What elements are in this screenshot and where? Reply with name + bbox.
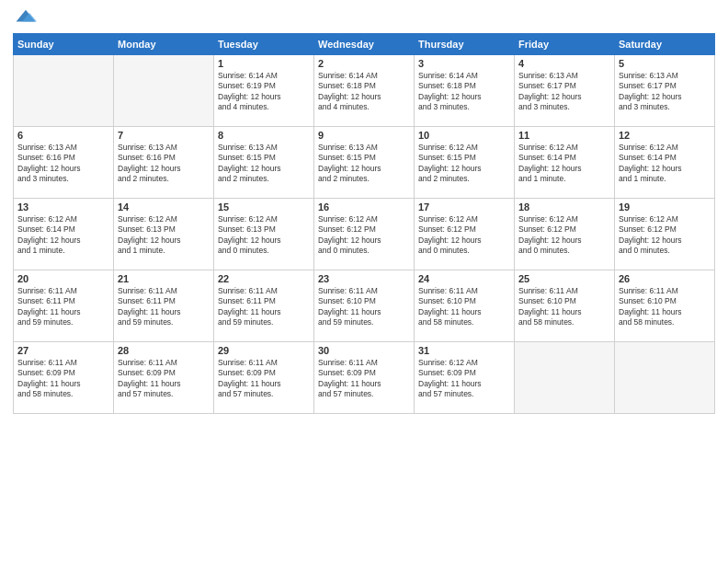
day-number: 28 xyxy=(118,345,210,356)
day-number: 4 xyxy=(518,58,610,69)
cell-info: Sunrise: 6:11 AMSunset: 6:10 PMDaylight:… xyxy=(518,286,610,328)
day-number: 3 xyxy=(418,58,510,69)
calendar-cell: 28Sunrise: 6:11 AMSunset: 6:09 PMDayligh… xyxy=(114,342,214,414)
cell-info: Sunrise: 6:14 AMSunset: 6:18 PMDaylight:… xyxy=(318,71,410,113)
col-header-tuesday: Tuesday xyxy=(214,34,314,55)
col-header-wednesday: Wednesday xyxy=(314,34,415,55)
cell-info: Sunrise: 6:12 AMSunset: 6:14 PMDaylight:… xyxy=(17,214,109,257)
cell-info: Sunrise: 6:14 AMSunset: 6:19 PMDaylight:… xyxy=(218,71,310,113)
calendar-cell: 17Sunrise: 6:12 AMSunset: 6:12 PMDayligh… xyxy=(415,199,515,270)
calendar-body: 1Sunrise: 6:14 AMSunset: 6:19 PMDaylight… xyxy=(14,55,715,414)
week-row-5: 27Sunrise: 6:11 AMSunset: 6:09 PMDayligh… xyxy=(14,342,715,414)
cell-info: Sunrise: 6:11 AMSunset: 6:09 PMDaylight:… xyxy=(218,358,310,400)
cell-info: Sunrise: 6:12 AMSunset: 6:15 PMDaylight:… xyxy=(418,143,510,185)
day-number: 6 xyxy=(17,130,109,141)
cell-info: Sunrise: 6:11 AMSunset: 6:10 PMDaylight:… xyxy=(318,286,410,328)
calendar-cell: 5Sunrise: 6:13 AMSunset: 6:17 PMDaylight… xyxy=(615,55,715,127)
calendar-cell: 24Sunrise: 6:11 AMSunset: 6:10 PMDayligh… xyxy=(415,270,515,342)
logo-icon xyxy=(15,7,37,26)
day-number: 8 xyxy=(218,130,310,141)
day-number: 20 xyxy=(17,273,109,284)
day-number: 14 xyxy=(118,201,210,213)
calendar-cell: 10Sunrise: 6:12 AMSunset: 6:15 PMDayligh… xyxy=(415,127,515,199)
calendar-cell: 20Sunrise: 6:11 AMSunset: 6:11 PMDayligh… xyxy=(14,270,114,342)
day-number: 29 xyxy=(218,345,310,356)
calendar-cell: 30Sunrise: 6:11 AMSunset: 6:09 PMDayligh… xyxy=(314,342,415,414)
calendar-cell: 9Sunrise: 6:13 AMSunset: 6:15 PMDaylight… xyxy=(314,127,415,199)
page: SundayMondayTuesdayWednesdayThursdayFrid… xyxy=(0,0,728,563)
calendar-cell xyxy=(515,342,615,414)
cell-info: Sunrise: 6:12 AMSunset: 6:13 PMDaylight:… xyxy=(118,214,210,257)
cell-info: Sunrise: 6:11 AMSunset: 6:11 PMDaylight:… xyxy=(118,286,210,328)
day-number: 10 xyxy=(418,130,510,141)
col-header-monday: Monday xyxy=(114,34,214,55)
day-number: 5 xyxy=(619,58,711,69)
day-number: 27 xyxy=(17,345,109,356)
cell-info: Sunrise: 6:11 AMSunset: 6:11 PMDaylight:… xyxy=(17,286,109,328)
day-number: 18 xyxy=(518,201,610,213)
cell-info: Sunrise: 6:12 AMSunset: 6:14 PMDaylight:… xyxy=(619,143,711,185)
cell-info: Sunrise: 6:13 AMSunset: 6:16 PMDaylight:… xyxy=(118,143,210,185)
calendar-cell: 3Sunrise: 6:14 AMSunset: 6:18 PMDaylight… xyxy=(415,55,515,127)
calendar-cell: 25Sunrise: 6:11 AMSunset: 6:10 PMDayligh… xyxy=(515,270,615,342)
day-number: 25 xyxy=(518,273,610,284)
cell-info: Sunrise: 6:13 AMSunset: 6:17 PMDaylight:… xyxy=(518,71,610,113)
header xyxy=(13,11,715,26)
day-number: 2 xyxy=(318,58,410,69)
calendar-cell: 18Sunrise: 6:12 AMSunset: 6:12 PMDayligh… xyxy=(515,199,615,270)
calendar-cell: 21Sunrise: 6:11 AMSunset: 6:11 PMDayligh… xyxy=(114,270,214,342)
day-number: 26 xyxy=(619,273,711,284)
cell-info: Sunrise: 6:13 AMSunset: 6:15 PMDaylight:… xyxy=(218,143,310,185)
cell-info: Sunrise: 6:12 AMSunset: 6:12 PMDaylight:… xyxy=(619,214,711,257)
calendar-cell: 19Sunrise: 6:12 AMSunset: 6:12 PMDayligh… xyxy=(615,199,715,270)
day-number: 21 xyxy=(118,273,210,284)
calendar-cell: 31Sunrise: 6:12 AMSunset: 6:09 PMDayligh… xyxy=(415,342,515,414)
calendar-cell: 23Sunrise: 6:11 AMSunset: 6:10 PMDayligh… xyxy=(314,270,415,342)
cell-info: Sunrise: 6:12 AMSunset: 6:12 PMDaylight:… xyxy=(518,214,610,257)
day-number: 31 xyxy=(418,345,510,356)
day-number: 16 xyxy=(318,201,410,213)
cell-info: Sunrise: 6:11 AMSunset: 6:11 PMDaylight:… xyxy=(218,286,310,328)
calendar-cell xyxy=(615,342,715,414)
cell-info: Sunrise: 6:11 AMSunset: 6:10 PMDaylight:… xyxy=(619,286,711,328)
day-number: 13 xyxy=(17,201,109,213)
calendar-cell: 15Sunrise: 6:12 AMSunset: 6:13 PMDayligh… xyxy=(214,199,314,270)
calendar-cell: 8Sunrise: 6:13 AMSunset: 6:15 PMDaylight… xyxy=(214,127,314,199)
calendar-cell: 26Sunrise: 6:11 AMSunset: 6:10 PMDayligh… xyxy=(615,270,715,342)
day-number: 15 xyxy=(218,201,310,213)
week-row-4: 20Sunrise: 6:11 AMSunset: 6:11 PMDayligh… xyxy=(14,270,715,342)
cell-info: Sunrise: 6:12 AMSunset: 6:13 PMDaylight:… xyxy=(218,214,310,257)
day-number: 12 xyxy=(619,130,711,141)
cell-info: Sunrise: 6:14 AMSunset: 6:18 PMDaylight:… xyxy=(418,71,510,113)
calendar-cell: 4Sunrise: 6:13 AMSunset: 6:17 PMDaylight… xyxy=(515,55,615,127)
calendar-cell: 11Sunrise: 6:12 AMSunset: 6:14 PMDayligh… xyxy=(515,127,615,199)
day-number: 17 xyxy=(418,201,510,213)
calendar-cell xyxy=(114,55,214,127)
col-header-sunday: Sunday xyxy=(14,34,114,55)
calendar-cell: 22Sunrise: 6:11 AMSunset: 6:11 PMDayligh… xyxy=(214,270,314,342)
week-row-3: 13Sunrise: 6:12 AMSunset: 6:14 PMDayligh… xyxy=(14,199,715,270)
day-number: 9 xyxy=(318,130,410,141)
day-number: 7 xyxy=(118,130,210,141)
calendar-cell: 6Sunrise: 6:13 AMSunset: 6:16 PMDaylight… xyxy=(14,127,114,199)
calendar-cell: 16Sunrise: 6:12 AMSunset: 6:12 PMDayligh… xyxy=(314,199,415,270)
day-number: 22 xyxy=(218,273,310,284)
col-header-thursday: Thursday xyxy=(415,34,515,55)
cell-info: Sunrise: 6:12 AMSunset: 6:14 PMDaylight:… xyxy=(518,143,610,185)
col-header-saturday: Saturday xyxy=(615,34,715,55)
cell-info: Sunrise: 6:11 AMSunset: 6:09 PMDaylight:… xyxy=(118,358,210,400)
day-number: 1 xyxy=(218,58,310,69)
logo xyxy=(13,11,37,26)
calendar-cell: 2Sunrise: 6:14 AMSunset: 6:18 PMDaylight… xyxy=(314,55,415,127)
cell-info: Sunrise: 6:11 AMSunset: 6:09 PMDaylight:… xyxy=(318,358,410,400)
calendar-cell: 7Sunrise: 6:13 AMSunset: 6:16 PMDaylight… xyxy=(114,127,214,199)
calendar-cell: 27Sunrise: 6:11 AMSunset: 6:09 PMDayligh… xyxy=(14,342,114,414)
calendar-cell xyxy=(14,55,114,127)
day-number: 24 xyxy=(418,273,510,284)
calendar-table: SundayMondayTuesdayWednesdayThursdayFrid… xyxy=(13,33,715,414)
week-row-1: 1Sunrise: 6:14 AMSunset: 6:19 PMDaylight… xyxy=(14,55,715,127)
calendar-cell: 14Sunrise: 6:12 AMSunset: 6:13 PMDayligh… xyxy=(114,199,214,270)
day-number: 11 xyxy=(518,130,610,141)
cell-info: Sunrise: 6:13 AMSunset: 6:15 PMDaylight:… xyxy=(318,143,410,185)
day-number: 19 xyxy=(619,201,711,213)
